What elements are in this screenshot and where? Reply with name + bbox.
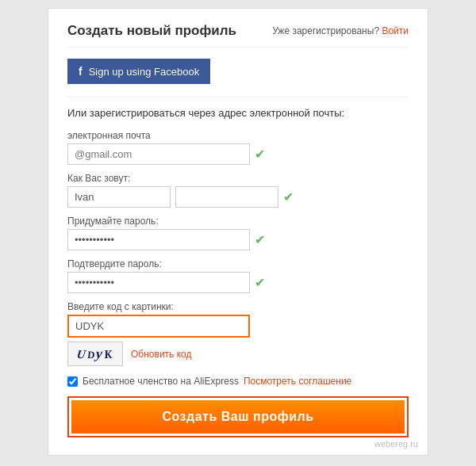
terms-row: Бесплатное членство на AliExpress Посмот…	[67, 376, 409, 387]
captcha-group: Введите код с картинки: UDyK Обновить ко…	[67, 301, 409, 366]
registration-card: Создать новый профиль Уже зарегистрирова…	[48, 8, 428, 456]
password-group: Придумайте пароль: ✔	[67, 216, 409, 250]
last-name-input[interactable]	[175, 186, 278, 208]
confirm-password-label: Подтвердите пароль:	[67, 258, 409, 269]
email-group: электронная почта ✔	[67, 130, 409, 165]
facebook-signup-button[interactable]: f Sign up using Facebook	[67, 59, 210, 84]
name-label: Как Вас зовут:	[67, 173, 409, 184]
email-row: ✔	[67, 143, 409, 165]
page-wrapper: Создать новый профиль Уже зарегистрирова…	[0, 0, 476, 466]
captcha-input[interactable]	[67, 315, 250, 338]
login-link[interactable]: Войти	[382, 25, 409, 36]
email-input[interactable]	[67, 143, 250, 165]
password-check-icon: ✔	[255, 232, 265, 247]
submit-button[interactable]: Создать Ваш профиль	[71, 400, 405, 434]
confirm-password-input[interactable]	[67, 272, 250, 293]
facebook-icon: f	[79, 65, 83, 78]
card-header: Создать новый профиль Уже зарегистрирова…	[67, 23, 409, 48]
terms-link[interactable]: Посмотреть соглашение	[244, 376, 351, 387]
confirm-password-group: Подтвердите пароль: ✔	[67, 258, 409, 293]
captcha-image-row: UDyK Обновить код	[67, 342, 409, 366]
name-check-icon: ✔	[283, 189, 294, 204]
email-label: электронная почта	[67, 130, 409, 141]
terms-checkbox[interactable]	[67, 376, 78, 387]
divider	[67, 97, 409, 97]
submit-button-wrapper: Создать Ваш профиль	[67, 396, 409, 437]
email-check-icon: ✔	[255, 147, 265, 162]
watermark: webereg.ru	[374, 439, 418, 449]
password-input[interactable]	[67, 229, 250, 250]
confirm-check-icon: ✔	[255, 275, 265, 290]
terms-text: Бесплатное членство на AliExpress	[83, 376, 239, 387]
first-name-input[interactable]	[67, 186, 171, 208]
captcha-image: UDyK	[67, 342, 123, 366]
facebook-button-label: Sign up using Facebook	[89, 66, 199, 78]
name-row: ✔	[67, 186, 409, 208]
confirm-password-row: ✔	[67, 272, 409, 293]
name-group: Как Вас зовут: ✔	[67, 173, 409, 208]
refresh-captcha-link[interactable]: Обновить код	[131, 349, 191, 360]
captcha-label: Введите код с картинки:	[67, 301, 409, 312]
already-registered-text: Уже зарегистрированы? Войти	[272, 25, 409, 36]
page-title: Создать новый профиль	[67, 23, 236, 39]
password-label: Придумайте пароль:	[67, 216, 409, 227]
or-email-label: Или зарегистрироваться через адрес элект…	[67, 107, 409, 119]
captcha-input-row	[67, 315, 409, 338]
password-row: ✔	[67, 229, 409, 250]
